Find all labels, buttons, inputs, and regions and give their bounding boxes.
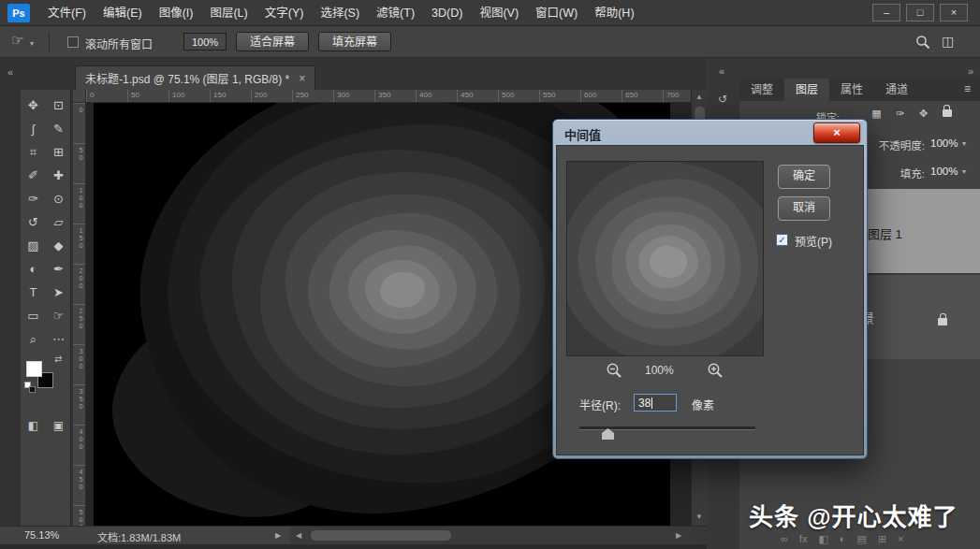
lock-all-icon[interactable] [935,105,958,122]
close-button[interactable]: × [940,4,968,22]
fill-screen-button[interactable]: 填充屏幕 [318,32,391,51]
tab-channels[interactable]: 通道 [874,79,919,101]
zoom-in-icon[interactable] [707,362,724,383]
menu-item[interactable]: 视图(V) [471,0,527,26]
menu-item[interactable]: 图层(L) [201,0,256,26]
layer-name[interactable]: 图层 1 [868,224,902,242]
gradient-tool[interactable]: ▨ [21,234,46,257]
tool-preset-arrow-icon[interactable]: ▾ [30,39,34,48]
tab-properties[interactable]: 属性 [829,79,874,101]
cancel-button[interactable]: 取消 [778,196,830,221]
history-brush-tool[interactable]: ↺ [21,210,46,234]
layer-group-icon[interactable]: ▤ [856,533,866,545]
rectangle-tool[interactable]: ▭ [21,304,46,327]
lock-position-icon[interactable]: ✥ [912,105,935,122]
menu-item[interactable]: 图像(I) [151,0,202,26]
preview-checkbox[interactable]: ✓ [776,234,788,246]
screen-mode-icon[interactable]: ▣ [46,413,71,437]
dock-collapse-chevron-icon[interactable]: « [719,65,724,77]
menu-item[interactable]: 滤镜(T) [368,0,423,26]
fill-value[interactable]: 100% [930,166,958,177]
hand-tool-icon[interactable]: ☞ [11,32,23,49]
ruler-tick: 200 [73,264,85,304]
blur-tool[interactable]: ◆ [46,234,71,257]
eraser-tool[interactable]: ▱ [46,210,71,234]
spot-healing-tool[interactable]: ✚ [46,164,71,187]
hand-tool[interactable]: ☞ [46,304,71,327]
delete-layer-icon[interactable]: × [898,533,903,545]
swap-colors-icon[interactable]: ⇄ [54,354,62,364]
median-dialog[interactable]: 中间值 × 确定 取消 ✓ 预览(P) 100% 半径(R): 38 像素 [552,119,868,459]
lock-pixels-icon[interactable]: ✑ [888,105,912,122]
collapse-tools-chevron-icon[interactable]: « [7,66,13,78]
history-panel-icon[interactable]: ↺ [707,86,739,111]
clone-stamp-tool[interactable]: ⊙ [46,187,71,210]
menu-item[interactable]: 窗口(W) [527,0,586,26]
zoom-tool[interactable]: ⌕ [21,327,46,351]
tab-layers[interactable]: 图层 [784,79,829,101]
background-lock-icon[interactable] [938,318,947,325]
document-tab-close-icon[interactable]: × [299,72,305,85]
vertical-ruler[interactable]: 050100150200250300350400450500550 [73,103,86,526]
workspace-icon[interactable]: ◫ [942,34,954,49]
fill-dropdown-icon[interactable]: ▾ [962,167,966,176]
opacity-dropdown-icon[interactable]: ▾ [962,139,966,148]
fit-screen-button[interactable]: 适合屏幕 [236,32,309,51]
quick-mask-icon[interactable]: ◧ [21,413,46,437]
radius-input[interactable]: 38 [634,394,677,412]
lasso-tool[interactable]: ʃ [21,117,46,140]
crop-tool[interactable]: ⌗ [21,140,46,164]
eyedropper-tool[interactable]: ✐ [21,164,46,187]
marquee-tool[interactable]: ⊡ [46,94,71,117]
ruler-tick: 250 [73,304,85,344]
scroll-all-windows-checkbox[interactable] [67,36,79,48]
foreground-color-swatch[interactable] [26,361,42,377]
quick-selection-tool[interactable]: ✎ [46,117,71,140]
panel-menu-icon[interactable]: ≡ [964,82,971,95]
opacity-value[interactable]: 100% [930,137,958,149]
adjustment-layer-icon[interactable]: ◐ [840,533,846,545]
search-icon[interactable] [915,35,930,53]
horizontal-ruler[interactable]: 0501001502002503003504004505005506006507… [86,90,691,103]
more-tools[interactable]: ⋯ [46,327,71,351]
bottom-strip [0,544,707,549]
minimize-button[interactable]: – [872,4,900,22]
new-layer-icon[interactable]: ⊞ [878,533,886,545]
layer-effects-icon[interactable]: fx [799,533,808,545]
document-tab[interactable]: 未标题-1.psd @ 75.1% (图层 1, RGB/8) * × [75,65,315,90]
type-tool[interactable]: T [21,281,46,304]
horizontal-scroll-thumb[interactable] [311,530,451,541]
menu-item[interactable]: 编辑(E) [95,0,151,26]
zoom-out-icon[interactable] [606,362,622,383]
path-selection-tool[interactable]: ➤ [46,281,71,304]
brush-tool[interactable]: ✑ [21,187,46,210]
maximize-button[interactable]: □ [906,4,934,22]
scroll-down-icon[interactable]: ▼ [695,513,703,521]
lock-transparent-icon[interactable]: ▦ [865,105,888,122]
tab-adjustments[interactable]: 调整 [739,79,784,101]
menu-item[interactable]: 选择(S) [312,0,368,26]
slice-tool[interactable]: ⊞ [46,140,71,164]
menu-item[interactable]: 文字(Y) [256,0,313,26]
dodge-tool[interactable]: ◐ [21,257,46,281]
status-menu-arrow-icon[interactable]: ▶ [275,531,281,540]
photoshop-logo[interactable]: Ps [7,4,30,22]
dialog-close-button[interactable]: × [813,123,860,143]
horizontal-scrollbar[interactable]: ◀ ▶ [290,526,691,544]
layer-mask-icon[interactable]: ◧ [818,533,827,545]
scroll-left-icon[interactable]: ◀ [296,531,301,540]
ok-button[interactable]: 确定 [778,165,830,189]
menu-item[interactable]: 3D(D) [423,0,471,26]
filter-preview[interactable] [566,161,764,356]
dock-expand-chevron-icon[interactable]: » [968,65,973,77]
scroll-up-icon[interactable]: ▲ [695,93,703,101]
pen-tool[interactable]: ✒ [46,257,71,281]
menu-item[interactable]: 文件(F) [39,0,95,26]
radius-slider-track[interactable] [579,426,755,429]
scroll-right-icon[interactable]: ▶ [676,531,681,540]
link-layers-icon[interactable]: ∞ [781,533,788,545]
status-zoom-level[interactable]: 75.13% [24,529,59,541]
menu-item[interactable]: 帮助(H) [586,0,642,26]
move-tool[interactable]: ✥ [21,94,46,117]
zoom-level-field[interactable]: 100% [183,33,227,51]
